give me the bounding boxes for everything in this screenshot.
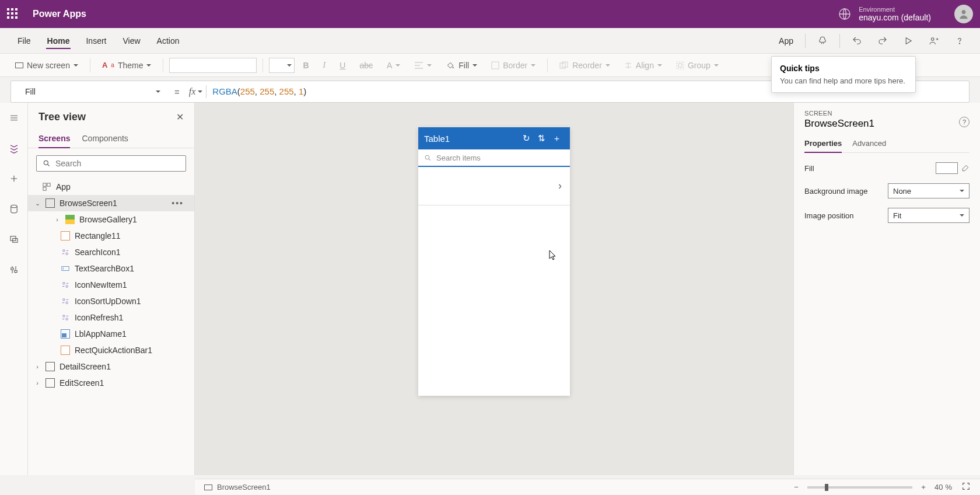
- zoom-in-button[interactable]: +: [918, 483, 929, 491]
- text-align-button[interactable]: [408, 59, 438, 72]
- svg-point-9: [10, 205, 17, 208]
- align-button[interactable]: Align: [618, 58, 668, 72]
- menu-app[interactable]: App: [773, 33, 799, 49]
- tree-item-app[interactable]: App: [28, 179, 194, 195]
- svg-point-25: [425, 155, 429, 159]
- svg-rect-7: [677, 62, 684, 69]
- reorder-button[interactable]: Reorder: [554, 58, 616, 72]
- insert-icon[interactable]: [7, 172, 21, 186]
- tree-view-icon[interactable]: [7, 141, 21, 155]
- tree-item-lblappname1[interactable]: LblAppName1: [28, 326, 194, 342]
- chevron-down-icon: [473, 64, 477, 69]
- redo-icon[interactable]: [872, 32, 894, 50]
- data-icon[interactable]: [7, 202, 21, 216]
- canvas-search[interactable]: Search items: [418, 149, 570, 167]
- tree-item-rectquickactionbar1[interactable]: RectQuickActionBar1: [28, 342, 194, 358]
- fit-screen-icon[interactable]: [961, 482, 971, 493]
- share-icon[interactable]: [923, 32, 945, 50]
- tree-item-iconrefresh1[interactable]: IconRefresh1: [28, 309, 194, 326]
- font-selector[interactable]: [169, 58, 257, 73]
- tree-item-browsegallery1[interactable]: › BrowseGallery1: [28, 211, 194, 228]
- align-icon: [624, 61, 632, 69]
- property-selector[interactable]: Fill: [20, 83, 165, 100]
- canvas-area[interactable]: Table1 ↻ ⇅ ＋ Search items ›: [195, 103, 793, 475]
- font-size-selector[interactable]: [269, 58, 295, 73]
- waffle-icon[interactable]: [7, 8, 19, 20]
- menu-file[interactable]: File: [9, 30, 39, 51]
- user-avatar[interactable]: [954, 5, 973, 23]
- svg-point-2: [932, 37, 935, 40]
- sort-icon[interactable]: ⇅: [534, 133, 549, 144]
- more-icon[interactable]: •••: [172, 198, 188, 208]
- tab-advanced[interactable]: Advanced: [852, 135, 886, 152]
- menu-view[interactable]: View: [114, 30, 148, 51]
- fx-label[interactable]: fx: [189, 86, 206, 97]
- fill-button[interactable]: Fill: [440, 58, 483, 72]
- control-icon: [61, 313, 70, 322]
- tree-search-input[interactable]: [36, 155, 186, 172]
- tree-item-textsearchbox1[interactable]: TextSearchBox1: [28, 260, 194, 277]
- hamburger-icon[interactable]: [7, 111, 21, 125]
- tab-components[interactable]: Components: [82, 130, 128, 148]
- undo-icon[interactable]: [846, 32, 868, 50]
- theme-button[interactable]: Aa Theme: [96, 58, 158, 72]
- menu-action[interactable]: Action: [149, 30, 188, 51]
- edit-color-icon[interactable]: [961, 164, 970, 172]
- menu-home[interactable]: Home: [39, 30, 78, 51]
- collapse-icon[interactable]: ⌄: [34, 200, 41, 207]
- underline-button[interactable]: U: [334, 58, 351, 72]
- strikethrough-button[interactable]: abc: [354, 58, 379, 72]
- svg-point-1: [962, 10, 966, 14]
- tree-item-rectangle11[interactable]: Rectangle11: [28, 228, 194, 244]
- zoom-out-button[interactable]: −: [791, 483, 802, 491]
- prop-label-imgpos: Image position: [804, 211, 854, 220]
- tree-item-iconsortupdown1[interactable]: IconSortUpDown1: [28, 293, 194, 309]
- tree-list: App ⌄ BrowseScreen1 ••• › BrowseGallery1…: [28, 179, 194, 475]
- tree-item-searchicon1[interactable]: SearchIcon1: [28, 244, 194, 260]
- help-icon[interactable]: ?: [959, 117, 970, 127]
- reorder-icon: [559, 61, 569, 69]
- close-icon[interactable]: ✕: [176, 111, 184, 123]
- top-bar: Power Apps Environment enayu.com (defaul…: [0, 0, 980, 28]
- gallery-row[interactable]: ›: [418, 167, 570, 205]
- main-area: Tree view ✕ Screens Components App ⌄ Bro…: [0, 103, 980, 475]
- italic-button[interactable]: I: [317, 58, 332, 72]
- tree-item-detailscreen1[interactable]: › DetailScreen1: [28, 358, 194, 375]
- cursor-icon: [549, 250, 557, 263]
- app-icon: [42, 182, 51, 191]
- group-button[interactable]: Group: [670, 58, 724, 72]
- menu-insert[interactable]: Insert: [78, 30, 114, 51]
- bold-button[interactable]: B: [297, 58, 314, 72]
- tree-item-browsescreen1[interactable]: ⌄ BrowseScreen1 •••: [28, 195, 194, 211]
- environment-selector[interactable]: Environment enayu.com (default): [838, 6, 931, 23]
- svg-point-21: [63, 299, 65, 301]
- svg-point-17: [66, 253, 68, 255]
- add-icon[interactable]: ＋: [549, 133, 564, 144]
- tab-screens[interactable]: Screens: [38, 130, 70, 148]
- refresh-icon[interactable]: ↻: [519, 133, 534, 144]
- font-color-button[interactable]: A: [381, 58, 406, 72]
- imgpos-selector[interactable]: Fit: [888, 208, 970, 223]
- expand-icon[interactable]: ›: [34, 363, 41, 370]
- status-screen-name: BrowseScreen1: [217, 483, 271, 491]
- expand-icon[interactable]: ›: [54, 216, 61, 223]
- tab-properties[interactable]: Properties: [804, 135, 842, 152]
- tree-title: Tree view: [38, 111, 86, 123]
- tree-item-editscreen1[interactable]: › EditScreen1: [28, 375, 194, 391]
- media-icon[interactable]: [7, 232, 21, 246]
- app-checker-icon[interactable]: [811, 32, 834, 50]
- phone-screen[interactable]: Table1 ↻ ⇅ ＋ Search items ›: [418, 127, 570, 396]
- help-icon[interactable]: [949, 32, 971, 50]
- new-screen-button[interactable]: New screen: [9, 58, 84, 72]
- play-icon[interactable]: [897, 32, 919, 50]
- prop-label-bgimage: Background image: [804, 187, 867, 196]
- bgimage-selector[interactable]: None: [888, 183, 970, 198]
- fill-color-swatch[interactable]: [936, 162, 958, 174]
- zoom-slider[interactable]: [807, 486, 912, 489]
- expand-icon[interactable]: ›: [34, 379, 41, 386]
- tools-icon[interactable]: [7, 263, 21, 277]
- equals-sign: =: [165, 87, 189, 97]
- tree-item-iconnewitem1[interactable]: IconNewItem1: [28, 277, 194, 293]
- left-rail: [0, 103, 28, 475]
- border-button[interactable]: Border: [485, 58, 541, 72]
